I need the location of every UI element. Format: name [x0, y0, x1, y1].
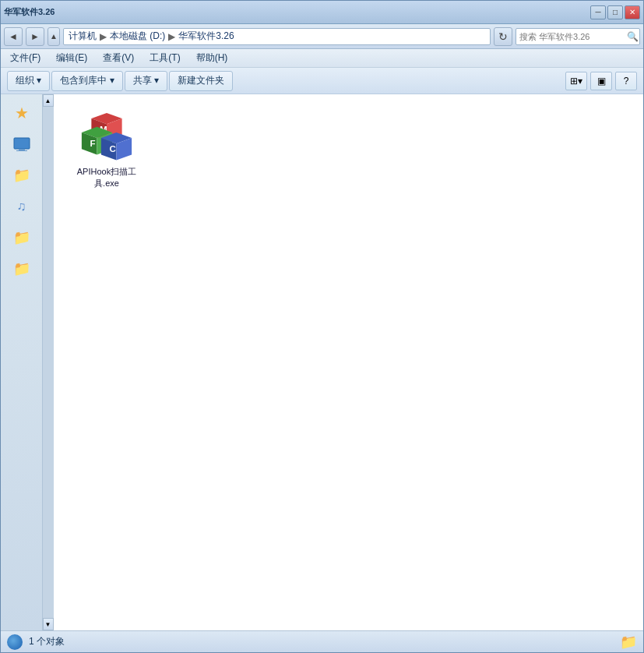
title-controls: ─ □ ✕: [590, 5, 640, 19]
menu-bar: 文件(F) 编辑(E) 查看(V) 工具(T) 帮助(H): [1, 49, 643, 68]
scroll-track[interactable]: [43, 107, 54, 618]
new-folder-label: 新建文件夹: [178, 74, 224, 87]
view-button[interactable]: ⊞▾: [565, 72, 587, 90]
sidebar-folder3-icon[interactable]: 📁: [9, 256, 34, 281]
status-folder-icon: 📁: [620, 634, 637, 651]
forward-button[interactable]: ►: [26, 27, 44, 46]
title-bar-left: 华军软件3.26: [4, 6, 55, 18]
sidebar-folder2-icon[interactable]: 📁: [9, 225, 34, 250]
svg-rect-0: [14, 138, 30, 149]
share-label: 共享 ▾: [133, 74, 159, 87]
sidebar-scrollbar[interactable]: ▲ ▼: [42, 94, 53, 630]
include-label: 包含到库中 ▾: [60, 74, 114, 87]
menu-tools[interactable]: 工具(T): [146, 50, 183, 66]
search-box: 🔍: [516, 28, 640, 45]
pane-button[interactable]: ▣: [590, 72, 612, 90]
address-path: 计算机 ▶ 本地磁盘 (D:) ▶ 华军软件3.26: [63, 28, 491, 45]
status-text: 1 个对象: [29, 635, 65, 648]
sidebar-computer-icon[interactable]: [9, 132, 34, 157]
sidebar: ★ 📁 ♫ 📁 📁 ▲ ▼: [1, 94, 54, 630]
menu-help[interactable]: 帮助(H): [193, 50, 231, 66]
search-icon[interactable]: 🔍: [627, 31, 639, 42]
include-library-button[interactable]: 包含到库中 ▾: [51, 71, 122, 91]
new-folder-button[interactable]: 新建文件夹: [169, 71, 233, 91]
svg-rect-2: [16, 150, 27, 151]
toolbar-right: ⊞▾ ▣ ?: [565, 72, 637, 90]
status-bar: 1 个对象 📁: [1, 630, 643, 652]
sidebar-favorites-icon[interactable]: ★: [9, 101, 34, 125]
path-computer[interactable]: 计算机: [69, 30, 97, 43]
scroll-down-arrow[interactable]: ▼: [43, 618, 54, 630]
refresh-button[interactable]: ↻: [494, 27, 512, 46]
mfc-icon: M F C: [76, 106, 138, 161]
menu-edit[interactable]: 编辑(E): [53, 50, 90, 66]
organize-label: 组织 ▾: [16, 74, 41, 87]
svg-text:C: C: [110, 143, 117, 154]
windows-explorer-window: 华军软件3.26 ─ □ ✕ ◄ ► ▲ 计算机 ▶ 本地磁盘 (D:) ▶ 华…: [0, 0, 644, 653]
file-item-apihook[interactable]: M F C APIHook扫描工具.exe: [60, 101, 153, 194]
toolbar: 组织 ▾ 包含到库中 ▾ 共享 ▾ 新建文件夹 ⊞▾ ▣ ?: [1, 68, 643, 94]
maximize-button[interactable]: □: [607, 5, 623, 19]
organize-button[interactable]: 组织 ▾: [7, 71, 50, 91]
back-button[interactable]: ◄: [4, 27, 23, 46]
share-button[interactable]: 共享 ▾: [125, 71, 167, 91]
address-bar: ◄ ► ▲ 计算机 ▶ 本地磁盘 (D:) ▶ 华军软件3.26 ↻ 🔍: [1, 24, 643, 49]
search-input[interactable]: [519, 32, 627, 41]
menu-view[interactable]: 查看(V): [100, 50, 137, 66]
file-name-apihook: APIHook扫描工具.exe: [77, 166, 136, 189]
file-area: M F C APIHook扫描工具.exe: [54, 94, 643, 630]
svg-text:F: F: [90, 138, 96, 148]
sidebar-music-icon[interactable]: ♫: [9, 194, 34, 219]
title-bar: 华军软件3.26 ─ □ ✕: [1, 1, 643, 24]
status-globe-icon: [7, 634, 23, 650]
content-area: ★ 📁 ♫ 📁 📁 ▲ ▼: [1, 94, 643, 630]
window-title: 华军软件3.26: [4, 6, 55, 18]
sidebar-folder1-icon[interactable]: 📁: [9, 163, 34, 188]
close-button[interactable]: ✕: [625, 5, 640, 19]
up-button[interactable]: ▲: [48, 27, 60, 46]
path-folder[interactable]: 华军软件3.26: [178, 30, 234, 43]
path-drive[interactable]: 本地磁盘 (D:): [110, 30, 165, 43]
scroll-up-arrow[interactable]: ▲: [43, 94, 54, 107]
svg-rect-1: [19, 149, 25, 150]
minimize-button[interactable]: ─: [590, 5, 606, 19]
menu-file[interactable]: 文件(F): [7, 50, 44, 66]
help-button[interactable]: ?: [615, 72, 637, 90]
